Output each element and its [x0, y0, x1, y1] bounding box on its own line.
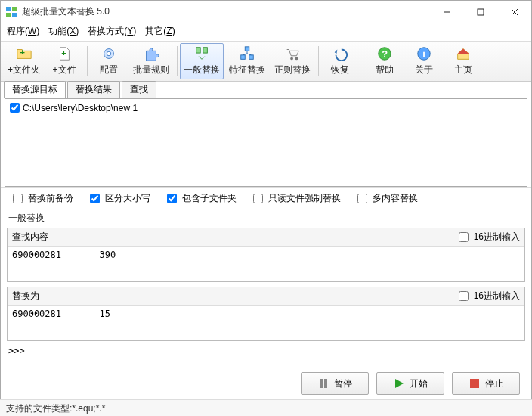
- replace-content[interactable]: 690000281 15: [8, 306, 524, 340]
- toolbar: + +文件夹 + +文件 配置 批量规则 一般替换 特征替换 正则替换 恢复 ?…: [1, 42, 531, 82]
- opt-readonly-force[interactable]: 只读文件强制替换: [250, 191, 341, 206]
- about-button[interactable]: i 关于: [405, 43, 443, 79]
- source-item-path: C:\Users\lery\Desktop\new 1: [23, 103, 138, 113]
- svg-point-11: [107, 51, 111, 56]
- undo-icon: [331, 45, 349, 62]
- stop-icon: [469, 377, 481, 390]
- help-button[interactable]: ? 帮助: [366, 43, 404, 79]
- svg-text:+: +: [61, 48, 66, 57]
- opt-multi-content[interactable]: 多内容替换: [354, 191, 418, 206]
- tab-result[interactable]: 替换结果: [67, 81, 120, 98]
- replace-group-title: 替换为: [12, 290, 39, 303]
- tabs-row: 替换源目标 替换结果 查找: [1, 82, 531, 98]
- svg-text:+: +: [20, 48, 24, 57]
- replace-icon: [193, 45, 211, 62]
- help-icon: ?: [376, 45, 394, 62]
- regex-replace-button[interactable]: 正则替换: [271, 43, 314, 79]
- svg-rect-16: [249, 55, 254, 60]
- options-row: 替换前备份 区分大小写 包含子文件夹 只读文件强制替换 多内容替换: [1, 187, 531, 210]
- maximize-button[interactable]: [463, 1, 497, 23]
- tab-source[interactable]: 替换源目标: [4, 81, 66, 98]
- feature-replace-button[interactable]: 特征替换: [225, 43, 269, 79]
- svg-rect-14: [245, 47, 249, 51]
- svg-rect-5: [478, 9, 484, 15]
- svg-rect-3: [12, 13, 17, 17]
- menu-program[interactable]: 程序(W): [7, 25, 39, 38]
- stop-button[interactable]: 停止: [452, 372, 520, 395]
- svg-rect-0: [6, 7, 11, 11]
- menu-other[interactable]: 其它(Z): [145, 25, 175, 38]
- source-item-checkbox[interactable]: [10, 103, 20, 113]
- add-folder-button[interactable]: + +文件夹: [4, 43, 44, 79]
- folder-plus-icon: +: [15, 45, 33, 62]
- replace-hex-checkbox[interactable]: 16进制输入: [456, 289, 520, 303]
- svg-rect-26: [320, 379, 323, 388]
- source-list-item[interactable]: C:\Users\lery\Desktop\new 1: [8, 102, 524, 113]
- svg-rect-28: [470, 379, 479, 388]
- feature-icon: [238, 45, 256, 62]
- source-panel: C:\Users\lery\Desktop\new 1: [5, 98, 527, 187]
- svg-rect-2: [6, 13, 11, 17]
- app-icon: [5, 6, 17, 18]
- opt-case-sensitive[interactable]: 区分大小写: [87, 191, 150, 206]
- action-bar: 暂停 开始 停止: [296, 368, 524, 399]
- home-button[interactable]: 主页: [444, 43, 482, 79]
- status-bar: 支持的文件类型:*.equ;*.*: [0, 399, 532, 416]
- close-button[interactable]: [497, 1, 531, 23]
- menu-bar: 程序(W) 功能(X) 替换方式(Y) 其它(Z): [1, 23, 531, 42]
- svg-rect-15: [241, 55, 246, 60]
- add-file-button[interactable]: + +文件: [45, 43, 83, 79]
- cart-icon: [283, 45, 302, 62]
- window-title: 超级批量文本替换 5.0: [22, 5, 110, 18]
- find-hex-checkbox[interactable]: 16进制输入: [456, 230, 520, 244]
- info-icon: i: [415, 45, 433, 62]
- tab-find[interactable]: 查找: [122, 81, 156, 98]
- gear-icon: [100, 45, 118, 62]
- svg-rect-12: [196, 48, 201, 53]
- normal-replace-button[interactable]: 一般替换: [180, 43, 224, 79]
- home-icon: [454, 45, 472, 62]
- svg-rect-27: [324, 379, 327, 388]
- svg-text:i: i: [422, 48, 425, 60]
- menu-replace-mode[interactable]: 替换方式(Y): [88, 25, 136, 38]
- svg-point-21: [295, 57, 298, 61]
- replace-group: 替换为 16进制输入 690000281 15: [7, 287, 525, 341]
- find-group-title: 查找内容: [12, 231, 48, 244]
- opt-include-sub[interactable]: 包含子文件夹: [164, 191, 237, 206]
- pause-icon: [317, 377, 329, 390]
- svg-point-20: [290, 57, 293, 61]
- find-group: 查找内容 16进制输入 690000281 390: [7, 228, 525, 282]
- puzzle-icon: [142, 45, 160, 62]
- title-bar: 超级批量文本替换 5.0: [1, 1, 531, 23]
- config-button[interactable]: 配置: [90, 43, 128, 79]
- play-icon: [393, 377, 405, 390]
- batch-rule-button[interactable]: 批量规则: [129, 43, 173, 79]
- console-prompt: >>>: [5, 344, 527, 358]
- file-plus-icon: +: [55, 45, 73, 62]
- svg-rect-13: [203, 48, 208, 53]
- section-title: 一般替换: [1, 210, 531, 226]
- start-button[interactable]: 开始: [376, 372, 444, 395]
- svg-rect-1: [12, 7, 17, 11]
- pause-button[interactable]: 暂停: [301, 372, 369, 395]
- restore-button[interactable]: 恢复: [321, 43, 359, 79]
- menu-function[interactable]: 功能(X): [48, 25, 79, 38]
- minimize-button[interactable]: [429, 1, 463, 23]
- svg-text:?: ?: [382, 48, 388, 60]
- find-content[interactable]: 690000281 390: [8, 247, 524, 281]
- opt-backup-before[interactable]: 替换前备份: [10, 191, 73, 206]
